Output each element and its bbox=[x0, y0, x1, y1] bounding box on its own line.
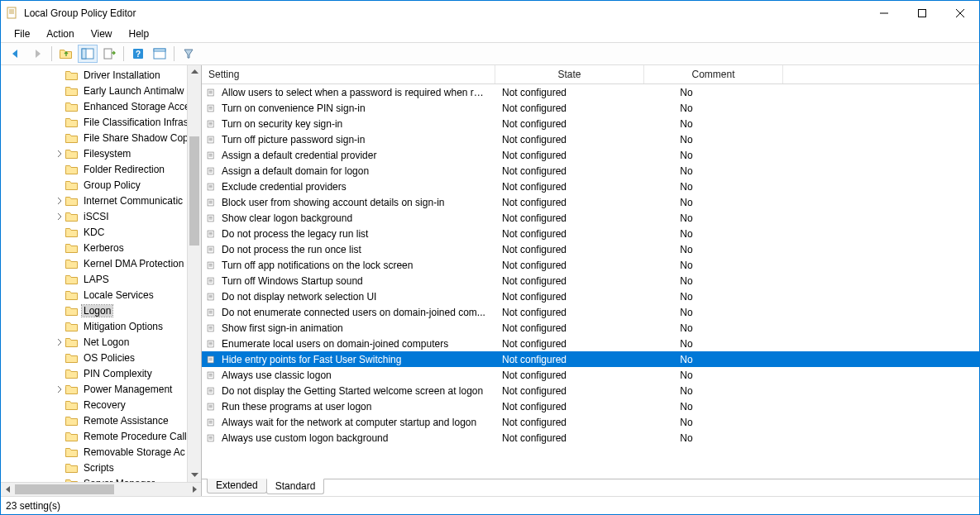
toolbar-help-button[interactable]: ? bbox=[128, 45, 148, 63]
tree-item[interactable]: Removable Storage Ac bbox=[1, 444, 201, 460]
list-row[interactable]: Always use classic logonNot configuredNo bbox=[202, 367, 979, 383]
tree-item[interactable]: Locale Services bbox=[1, 287, 201, 303]
menu-file[interactable]: File bbox=[7, 26, 36, 41]
list-row[interactable]: Show clear logon backgroundNot configure… bbox=[202, 210, 979, 226]
setting-state: Not configured bbox=[495, 197, 644, 208]
tree-item[interactable]: Driver Installation bbox=[1, 67, 201, 83]
tree-item[interactable]: Remote Procedure Call bbox=[1, 428, 201, 444]
list-row[interactable]: Block user from showing account details … bbox=[202, 194, 979, 210]
list-row[interactable]: Enumerate local users on domain-joined c… bbox=[202, 336, 979, 351]
menu-help[interactable]: Help bbox=[122, 26, 156, 41]
policy-setting-icon bbox=[207, 197, 215, 208]
setting-name: Always use classic logon bbox=[222, 370, 495, 381]
tree-item[interactable]: Early Launch Antimalw bbox=[1, 83, 201, 98]
tree-item[interactable]: Mitigation Options bbox=[1, 318, 201, 334]
list-row[interactable]: Hide entry points for Fast User Switchin… bbox=[202, 351, 979, 367]
tree-expander[interactable] bbox=[54, 336, 65, 348]
policy-setting-icon bbox=[207, 370, 215, 381]
tree-item[interactable]: OS Policies bbox=[1, 350, 201, 365]
minimize-button[interactable] bbox=[865, 1, 903, 26]
tree-item[interactable]: Filesystem bbox=[1, 145, 201, 161]
tree-item[interactable]: File Share Shadow Copy bbox=[1, 130, 201, 145]
tree-item-label: KDC bbox=[82, 227, 106, 238]
toolbar-back-button[interactable] bbox=[6, 45, 26, 63]
tree-item[interactable]: Net Logon bbox=[1, 334, 201, 350]
policy-setting-icon bbox=[207, 432, 215, 444]
tab-extended[interactable]: Extended bbox=[207, 479, 267, 494]
toolbar-export-button[interactable] bbox=[99, 45, 119, 63]
tree-item[interactable]: Remote Assistance bbox=[1, 412, 201, 428]
tree-hscroll-thumb[interactable] bbox=[15, 484, 114, 494]
setting-state: Not configured bbox=[495, 338, 644, 350]
tree-item[interactable]: Group Policy bbox=[1, 177, 201, 193]
tree-item[interactable]: Logon bbox=[1, 303, 201, 318]
setting-state: Not configured bbox=[495, 118, 644, 130]
policy-icon-cell bbox=[202, 260, 222, 271]
tab-standard[interactable]: Standard bbox=[266, 479, 325, 494]
tree-expander[interactable] bbox=[54, 148, 65, 160]
tree-item[interactable]: File Classification Infras bbox=[1, 114, 201, 130]
list-row[interactable]: Always use custom logon backgroundNot co… bbox=[202, 430, 979, 446]
setting-comment: No bbox=[644, 385, 735, 397]
setting-comment: No bbox=[644, 275, 735, 287]
tree-item[interactable]: Folder Redirection bbox=[1, 161, 201, 177]
menu-action[interactable]: Action bbox=[40, 26, 80, 41]
list-row[interactable]: Turn off app notifications on the lock s… bbox=[202, 257, 979, 273]
list-row[interactable]: Show first sign-in animationNot configur… bbox=[202, 320, 979, 336]
list-row[interactable]: Turn on convenience PIN sign-inNot confi… bbox=[202, 100, 979, 116]
folder-icon bbox=[65, 352, 79, 364]
tree-item[interactable]: Recovery bbox=[1, 397, 201, 412]
column-header-state[interactable]: State bbox=[495, 65, 644, 83]
tree-item[interactable]: Kerberos bbox=[1, 240, 201, 255]
list-row[interactable]: Turn off Windows Startup soundNot config… bbox=[202, 273, 979, 288]
tree-vscroll-thumb[interactable] bbox=[189, 136, 199, 246]
list-row[interactable]: Assign a default domain for logonNot con… bbox=[202, 163, 979, 179]
toolbar-properties-button[interactable] bbox=[150, 45, 170, 63]
toolbar-showhide-button[interactable] bbox=[78, 45, 98, 63]
tree-item[interactable]: Scripts bbox=[1, 460, 201, 475]
tree-vertical-scrollbar[interactable] bbox=[187, 65, 201, 482]
list-row[interactable]: Run these programs at user logonNot conf… bbox=[202, 398, 979, 414]
list-row[interactable]: Turn on security key sign-inNot configur… bbox=[202, 116, 979, 131]
setting-comment: No bbox=[644, 165, 735, 177]
menu-view[interactable]: View bbox=[84, 26, 119, 41]
policy-icon-cell bbox=[202, 181, 222, 193]
list-row[interactable]: Do not process the run once listNot conf… bbox=[202, 241, 979, 257]
toolbar-up-button[interactable] bbox=[56, 45, 76, 63]
tree-expander[interactable] bbox=[54, 211, 65, 222]
tree-item[interactable]: Kernel DMA Protection bbox=[1, 255, 201, 271]
list-row[interactable]: Do not enumerate connected users on doma… bbox=[202, 304, 979, 320]
toolbar-forward-button[interactable] bbox=[27, 45, 47, 63]
column-header-extra[interactable] bbox=[783, 65, 979, 83]
list-row[interactable]: Assign a default credential providerNot … bbox=[202, 147, 979, 163]
list-row[interactable]: Always wait for the network at computer … bbox=[202, 414, 979, 430]
tree-item[interactable]: iSCSI bbox=[1, 208, 201, 224]
tree-expander bbox=[54, 446, 65, 458]
list-row[interactable]: Do not process the legacy run listNot co… bbox=[202, 226, 979, 241]
tree-item[interactable]: PIN Complexity bbox=[1, 365, 201, 381]
column-header-comment[interactable]: Comment bbox=[644, 65, 783, 83]
policy-icon-cell bbox=[202, 150, 222, 161]
policy-setting-icon bbox=[207, 322, 215, 334]
tree-item[interactable]: LAPS bbox=[1, 271, 201, 287]
toolbar-filter-button[interactable] bbox=[179, 45, 198, 63]
tree-item[interactable]: KDC bbox=[1, 224, 201, 240]
tree-item[interactable]: Power Management bbox=[1, 381, 201, 397]
tree-item-label: Enhanced Storage Acce bbox=[82, 101, 192, 112]
list-row[interactable]: Do not display the Getting Started welco… bbox=[202, 383, 979, 398]
list-row[interactable]: Exclude credential providersNot configur… bbox=[202, 179, 979, 194]
tree-item[interactable]: Internet Communicatic bbox=[1, 193, 201, 208]
list-row[interactable]: Allow users to select when a password is… bbox=[202, 84, 979, 100]
tree-horizontal-scrollbar[interactable] bbox=[1, 482, 201, 496]
tree-expander[interactable] bbox=[54, 384, 65, 395]
tree-expander[interactable] bbox=[54, 195, 65, 207]
folder-icon bbox=[65, 227, 79, 238]
list-row[interactable]: Do not display network selection UINot c… bbox=[202, 288, 979, 304]
maximize-button[interactable] bbox=[903, 1, 941, 26]
tree-item[interactable]: Enhanced Storage Acce bbox=[1, 98, 201, 114]
column-header-setting[interactable]: Setting bbox=[202, 65, 495, 83]
tree-item-label: File Classification Infras bbox=[82, 117, 190, 128]
list-row[interactable]: Turn off picture password sign-inNot con… bbox=[202, 131, 979, 147]
tree-item[interactable]: Server Manager bbox=[1, 475, 201, 482]
close-button[interactable] bbox=[941, 1, 979, 26]
